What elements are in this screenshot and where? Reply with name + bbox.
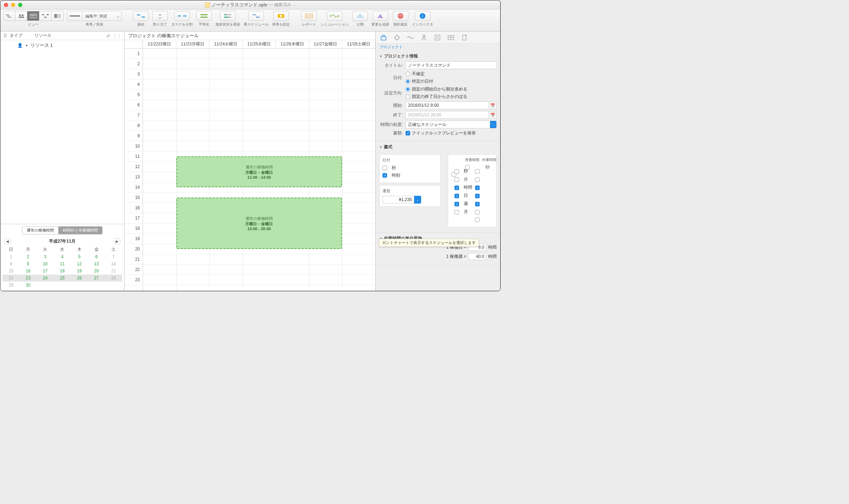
outline-icon[interactable]: ☰ [3, 33, 10, 38]
day-header[interactable]: 11/25水曜日 [243, 40, 276, 48]
end-calendar-button[interactable]: 📅 [489, 111, 497, 119]
work-block-2[interactable]: 通常の稼働時間 月曜日 – 金曜日 15:00 - 20:00 [176, 198, 342, 249]
granularity-select[interactable]: 正確なスケジュール [406, 121, 497, 128]
chk-dur-week[interactable] [454, 202, 459, 206]
chk-dur-sec[interactable] [454, 169, 459, 174]
end-input: 2016/01/12 20:00 [406, 111, 489, 119]
svg-point-40 [423, 35, 425, 37]
chk-eff-hour[interactable] [475, 185, 480, 190]
radio-undetermined[interactable] [406, 72, 410, 76]
schedule-grid[interactable]: 通常の稼働時間 月曜日 – 金曜日 11:00 - 14:00 通常の稼働時間 … [143, 49, 375, 291]
view-styles-button[interactable] [51, 11, 64, 21]
resource-row[interactable]: 👤 • リソース 1 [3, 41, 121, 49]
day-header[interactable]: 11/26木曜日 [276, 40, 309, 48]
conv-week-input[interactable]: 40.0 [468, 253, 486, 260]
chk-eff-min[interactable] [475, 177, 480, 182]
chk-dur-day[interactable] [454, 194, 459, 198]
connect-button[interactable] [133, 11, 149, 21]
chk-eff-sec[interactable] [475, 169, 480, 174]
work-block-1[interactable]: 通常の稼働時間 月曜日 – 金曜日 11:00 - 14:00 [176, 156, 342, 187]
currency-input[interactable]: ¥1,235 [382, 196, 414, 204]
fmt-currency-label: 通貨 [382, 188, 437, 194]
simulation-label: シミュレーション [320, 22, 349, 27]
schedule-title: プロジェクト の稼働スケジュール [125, 32, 375, 40]
catchup-button[interactable] [220, 11, 236, 21]
view-gantt-button[interactable] [3, 11, 15, 21]
view-calendar-button[interactable] [27, 11, 39, 21]
reschedule-button[interactable] [248, 11, 264, 21]
assign-label: 割り当て [153, 22, 167, 27]
day-header[interactable]: 11/24火曜日 [209, 40, 243, 48]
tab-project-icon[interactable] [379, 34, 388, 41]
tab-custom-data-icon[interactable] [447, 34, 455, 41]
baseline-select[interactable]: 編集中: 実績 [83, 11, 122, 21]
chk-dur-min[interactable] [454, 177, 459, 182]
baseline-group: 編集中: 実績 基準／実績 [67, 11, 122, 27]
section-header[interactable]: 書式 [379, 144, 497, 150]
tab-styles-icon[interactable] [406, 34, 415, 41]
date-label: 日付: [379, 75, 406, 81]
svg-rect-19 [178, 15, 181, 17]
day-header[interactable]: 11/23月曜日 [176, 40, 210, 48]
radio-backward[interactable] [406, 94, 410, 99]
chevron-down-icon[interactable]: ⌄ [293, 3, 296, 7]
assign-button[interactable] [152, 11, 168, 21]
chk-time[interactable] [382, 173, 387, 178]
cal-prev-button[interactable]: ◀ [4, 238, 11, 244]
violations-button[interactable] [393, 11, 408, 21]
level-label: 平準化 [199, 22, 209, 27]
title-input[interactable]: ノーティラスコマンド [406, 61, 497, 69]
chk-eff-month[interactable] [475, 210, 480, 215]
currency-dropdown-button[interactable]: ⌄ [414, 196, 421, 204]
tab-extra-hours[interactable]: 時間外と非稼働時間 [59, 226, 103, 234]
start-calendar-button[interactable]: 📅 [489, 101, 497, 109]
inspector-body: プロジェクト情報 タイトル: ノーティラスコマンド 日付: 不確定 特定の日付 … [376, 50, 500, 291]
inspector-button[interactable]: i [415, 11, 430, 21]
reports-button[interactable] [301, 11, 317, 21]
title-bar: ノーティラスコマンド.oplx — 編集済み ⌄ [0, 0, 500, 10]
tab-milestones-icon[interactable] [393, 34, 401, 41]
view-network-button[interactable] [39, 11, 51, 21]
inspector-panel: プロジェクト プロジェクト情報 タイトル: ノーティラスコマンド 日付: 不確定… [375, 32, 500, 291]
tab-attachments-icon[interactable] [460, 34, 469, 41]
toolbar: ビュー 編集中: 実績 基準／実績 接続 割り当て タスクを分割 平準化 進捗状… [0, 10, 500, 32]
track-changes-button[interactable] [373, 11, 388, 21]
day-header[interactable]: 11/22日曜日 [143, 40, 176, 48]
chk-eff-week[interactable] [475, 202, 480, 206]
tab-normal-hours[interactable]: 通常の稼働時間 [22, 226, 59, 234]
left-panel: ☰ タイプ リソース ⇄ ⋮⋮ 👤 • リソース 1 通常の稼働時間 時間外と非… [0, 32, 125, 291]
svg-point-18 [159, 14, 161, 16]
chk-eff-extra[interactable] [475, 217, 480, 222]
section-header[interactable]: プロジェクト情報 [379, 53, 497, 59]
level-button[interactable] [196, 11, 212, 21]
chk-seconds[interactable] [382, 166, 387, 170]
col-resource[interactable]: リソース [34, 33, 106, 39]
split-button[interactable] [174, 11, 190, 21]
baseline-toggle-button[interactable] [67, 11, 83, 21]
simulation-button[interactable] [327, 11, 342, 21]
collapse-icon[interactable]: ⇄ [106, 33, 110, 38]
chk-dur-month[interactable] [454, 210, 459, 215]
radio-specific[interactable] [406, 79, 410, 84]
tab-task-icon[interactable] [433, 34, 442, 41]
schedule-body[interactable]: 1 2 3 4 5 6 7 8 9 10 11 12 13 14 15 16 1… [125, 49, 375, 291]
svg-rect-20 [183, 15, 186, 17]
publish-button[interactable] [352, 11, 368, 21]
day-header[interactable]: 11/27金曜日 [309, 40, 342, 48]
chk-dur-hour[interactable] [454, 185, 459, 190]
radio-forward[interactable] [406, 87, 410, 92]
chk-eff-day[interactable] [475, 194, 480, 198]
tab-resource-icon[interactable] [420, 34, 428, 41]
edited-indicator[interactable]: — 編集済み [269, 2, 291, 8]
svg-rect-1 [7, 16, 10, 16]
hierarchy-icon[interactable]: ⋮⋮ [113, 33, 121, 38]
schedule-panel: プロジェクト の稼働スケジュール 11/22日曜日 11/23月曜日 11/24… [125, 32, 375, 291]
duration-format-box: 所要時間作業時間 秒 秒 分 時間 日 週 月 [448, 154, 497, 227]
view-resource-button[interactable] [15, 11, 27, 21]
cal-next-button[interactable]: ▶ [114, 238, 121, 244]
day-header[interactable]: 11/28土曜日 [342, 40, 375, 48]
set-baseline-button[interactable] [273, 11, 289, 21]
quicklook-checkbox[interactable] [406, 131, 410, 135]
col-type[interactable]: タイプ [10, 33, 34, 39]
start-input[interactable]: 2016/01/12 8:00 [406, 101, 489, 109]
